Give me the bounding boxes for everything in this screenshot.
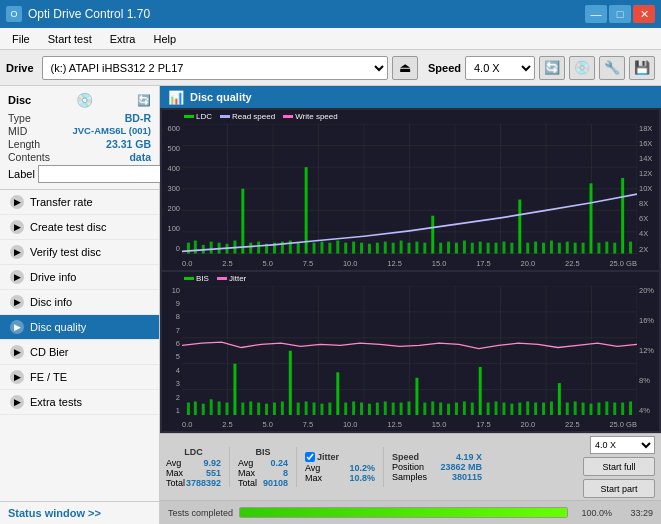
jitter-max-row: Max 10.8% <box>305 473 375 483</box>
svg-rect-122 <box>439 402 442 415</box>
ldc-legend-write: Write speed <box>283 112 338 121</box>
svg-rect-49 <box>439 243 442 254</box>
disc-label-row: Label ⚙ <box>8 165 151 183</box>
drive-select[interactable]: (k:) ATAPI iHBS312 2 PL17 <box>42 56 388 80</box>
menu-file[interactable]: File <box>4 31 38 47</box>
disc-panel: Disc 💿 🔄 Type BD-R MID JVC-AMS6L (001) L… <box>0 86 159 190</box>
disc-refresh[interactable]: 🔄 <box>137 94 151 107</box>
svg-rect-118 <box>408 401 411 415</box>
bis-legend-jitter: Jitter <box>217 274 246 283</box>
bis-y-axis-right: 20%16%12%8%4% <box>637 286 659 416</box>
disc-length-value: 23.31 GB <box>106 138 151 150</box>
svg-rect-64 <box>558 243 561 254</box>
svg-rect-91 <box>194 401 197 415</box>
menu-extra[interactable]: Extra <box>102 31 144 47</box>
svg-rect-103 <box>289 350 292 415</box>
refresh-button[interactable]: 🔄 <box>539 56 565 80</box>
sidebar-item-fe-te[interactable]: ▶ FE / TE <box>0 365 159 390</box>
test-speed-select[interactable]: 4.0 X <box>590 436 655 454</box>
disc-mid-row: MID JVC-AMS6L (001) <box>8 125 151 137</box>
bis-total-row: Total 90108 <box>238 478 288 488</box>
sidebar-item-transfer-rate[interactable]: ▶ Transfer rate <box>0 190 159 215</box>
svg-rect-60 <box>526 243 529 254</box>
svg-rect-40 <box>368 244 371 254</box>
svg-rect-57 <box>502 242 505 254</box>
disc-contents-row: Contents data <box>8 151 151 163</box>
svg-rect-48 <box>431 216 434 254</box>
menu-help[interactable]: Help <box>145 31 184 47</box>
svg-rect-137 <box>558 383 561 415</box>
transfer-rate-icon: ▶ <box>10 195 24 209</box>
svg-rect-38 <box>352 242 355 254</box>
svg-rect-108 <box>328 402 331 415</box>
stats-bar: LDC Avg 9.92 Max 551 Total 3788392 BIS <box>160 433 661 500</box>
maximize-button[interactable]: □ <box>609 5 631 23</box>
speed-stats: Speed 4.19 X Position 23862 MB Samples 3… <box>392 452 482 482</box>
nav-label-fe-te: FE / TE <box>30 371 67 383</box>
status-window-label: Status window >> <box>8 507 101 519</box>
nav-label-cd-bier: CD Bier <box>30 346 69 358</box>
svg-rect-126 <box>471 402 474 415</box>
position-value: 23862 MB <box>440 462 482 472</box>
sidebar-item-cd-bier[interactable]: ▶ CD Bier <box>0 340 159 365</box>
burn-button[interactable]: 💿 <box>569 56 595 80</box>
position-row: Position 23862 MB <box>392 462 482 472</box>
ldc-legend: LDC Read speed Write speed <box>184 112 338 121</box>
disc-icon: 💿 <box>76 92 93 108</box>
speed-select[interactable]: 4.0 X <box>465 56 535 80</box>
title-bar: O Opti Drive Control 1.70 — □ ✕ <box>0 0 661 28</box>
svg-rect-113 <box>368 403 371 415</box>
svg-rect-117 <box>400 402 403 415</box>
speed-value: 4.19 X <box>456 452 482 462</box>
jitter-checkbox[interactable] <box>305 452 315 462</box>
svg-rect-20 <box>210 242 213 254</box>
ldc-x-axis: 0.02.55.07.510.012.515.017.520.022.525.0… <box>182 259 637 268</box>
nav-label-verify-test-disc: Verify test disc <box>30 246 101 258</box>
bis-stats-header: BIS <box>238 447 288 457</box>
svg-rect-123 <box>447 403 450 415</box>
bis-chart-svg <box>182 286 637 416</box>
save-button[interactable]: 💾 <box>629 56 655 80</box>
sidebar-item-drive-info[interactable]: ▶ Drive info <box>0 265 159 290</box>
svg-rect-59 <box>518 200 521 254</box>
bis-avg-row: Avg 0.24 <box>238 458 288 468</box>
close-button[interactable]: ✕ <box>633 5 655 23</box>
disc-label-input[interactable] <box>38 165 171 183</box>
ldc-stats: LDC Avg 9.92 Max 551 Total 3788392 <box>166 447 221 488</box>
sidebar-item-extra-tests[interactable]: ▶ Extra tests <box>0 390 159 415</box>
start-full-button[interactable]: Start full <box>583 457 655 476</box>
svg-rect-138 <box>566 402 569 415</box>
svg-rect-92 <box>202 403 205 415</box>
bis-avg-label: Avg <box>238 458 253 468</box>
svg-rect-47 <box>423 243 426 254</box>
svg-rect-55 <box>487 243 490 254</box>
eject-button[interactable]: ⏏ <box>392 56 418 80</box>
ldc-chart: LDC Read speed Write speed 6005004003002… <box>162 110 659 270</box>
settings-button[interactable]: 🔧 <box>599 56 625 80</box>
menu-start-test[interactable]: Start test <box>40 31 100 47</box>
samples-label: Samples <box>392 472 427 482</box>
samples-row: Samples 380115 <box>392 472 482 482</box>
speed-header-row: Speed 4.19 X <box>392 452 482 462</box>
sidebar-item-verify-test-disc[interactable]: ▶ Verify test disc <box>0 240 159 265</box>
sidebar-item-disc-info[interactable]: ▶ Disc info <box>0 290 159 315</box>
minimize-button[interactable]: — <box>585 5 607 23</box>
speed-label: Speed <box>428 62 461 74</box>
svg-rect-72 <box>621 178 624 254</box>
sidebar-item-disc-quality[interactable]: ▶ Disc quality <box>0 315 159 340</box>
svg-rect-105 <box>305 401 308 415</box>
svg-rect-133 <box>526 401 529 415</box>
start-part-button[interactable]: Start part <box>583 479 655 498</box>
quality-header: 📊 Disc quality <box>160 86 661 108</box>
svg-rect-111 <box>352 401 355 415</box>
status-window-button[interactable]: Status window >> <box>0 501 159 524</box>
sidebar-item-create-test-disc[interactable]: ▶ Create test disc <box>0 215 159 240</box>
ldc-stats-header: LDC <box>166 447 221 457</box>
svg-rect-32 <box>305 167 308 253</box>
nav-label-create-test-disc: Create test disc <box>30 221 106 233</box>
app-icon: O <box>6 6 22 22</box>
svg-rect-132 <box>518 402 521 415</box>
svg-rect-120 <box>423 402 426 415</box>
svg-rect-99 <box>257 402 260 415</box>
cd-bier-icon: ▶ <box>10 345 24 359</box>
